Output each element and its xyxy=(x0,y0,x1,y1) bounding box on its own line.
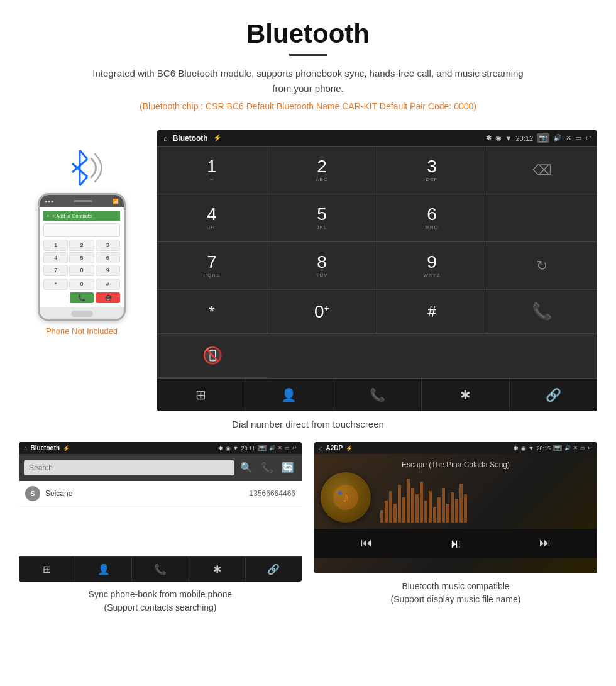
main-content: ●●● 📶 + + Add to Contacts 1 2 3 4 xyxy=(0,130,616,411)
phone-key-0[interactable]: 0 xyxy=(69,279,94,290)
phone-key-5[interactable]: 5 xyxy=(69,252,94,263)
bt-status-icon: ✱ xyxy=(486,134,492,142)
signal-status-icon: ▼ xyxy=(505,135,512,142)
phone-top-bar: ●●● 📶 xyxy=(40,195,124,207)
dial-key-6[interactable]: 6 MNO xyxy=(377,194,487,242)
phone-key-3[interactable]: 3 xyxy=(96,240,120,251)
pb-nav-link[interactable]: 🔗 xyxy=(246,557,302,582)
phone-end-button[interactable]: 📵 xyxy=(96,292,120,303)
svg-text:✱: ✱ xyxy=(338,490,343,497)
pb-sync-icon[interactable]: 🔄 xyxy=(279,459,297,476)
phone-mockup: ●●● 📶 + + Add to Contacts 1 2 3 4 xyxy=(38,193,126,321)
usb-icon: ⚡ xyxy=(213,134,222,142)
phone-key-7[interactable]: 7 xyxy=(43,265,68,276)
phone-call-button[interactable]: 📞 xyxy=(70,292,94,303)
phone-home-button[interactable] xyxy=(71,311,93,317)
dial-key-1[interactable]: 1 ∞ xyxy=(157,147,267,194)
dial-key-2[interactable]: 2 ABC xyxy=(267,147,377,194)
pb-statusbar-title: Bluetooth xyxy=(30,445,60,451)
pb-usb-icon: ⚡ xyxy=(63,445,70,451)
phone-key-star[interactable]: * xyxy=(43,279,68,290)
music-time: 20:15 xyxy=(536,445,551,451)
phone-screen-header: + + Add to Contacts xyxy=(43,211,120,221)
statusbar-right: ✱ ◉ ▼ 20:12 📷 🔊 ✕ ▭ ↩ xyxy=(486,133,591,143)
dial-key-0[interactable]: 0+ xyxy=(267,290,377,334)
pb-contact-item[interactable]: S Seicane 13566664466 xyxy=(19,481,302,507)
music-vol-icon: 🔊 xyxy=(564,445,571,451)
pb-close-icon: ✕ xyxy=(278,445,282,451)
phone-bottom-row: * 0 # xyxy=(43,279,120,290)
window-status-icon: ▭ xyxy=(575,134,581,142)
dial-key-call-green[interactable]: 📞 xyxy=(487,290,597,334)
nav-bluetooth-icon[interactable]: ✱ xyxy=(422,379,510,411)
backspace-icon[interactable]: ⌫ xyxy=(532,162,552,179)
home-icon[interactable]: ⌂ xyxy=(163,135,168,142)
pb-search-icon[interactable]: 🔍 xyxy=(238,459,255,476)
music-album-art: ♪ ✱ xyxy=(321,472,371,523)
bottom-panels: ⌂ Bluetooth ⚡ ✱ ◉ ▼ 20:11 📷 🔊 ✕ ▭ ↩ xyxy=(0,442,616,633)
music-prev-button[interactable]: ⏮ xyxy=(361,536,372,551)
svg-text:♪: ♪ xyxy=(343,489,349,505)
music-win-icon: ▭ xyxy=(580,445,585,451)
dial-key-star[interactable]: * xyxy=(157,290,267,334)
phone-keypad: 1 2 3 4 5 6 7 8 9 xyxy=(43,240,120,276)
music-android: ⌂ A2DP ⚡ ✱ ◉ ▼ 20:15 📷 🔊 ✕ ▭ ↩ xyxy=(314,442,597,573)
volume-status-icon: 🔊 xyxy=(553,134,562,142)
dial-key-hash[interactable]: # xyxy=(377,290,487,334)
pb-call-icon[interactable]: 📞 xyxy=(258,459,276,476)
pb-nav-bt[interactable]: ✱ xyxy=(189,557,246,582)
nav-contacts-icon[interactable]: 👤 xyxy=(245,379,333,411)
phone-key-hash[interactable]: # xyxy=(96,279,120,290)
bt-wave-icon xyxy=(57,143,107,193)
pb-statusbar: ⌂ Bluetooth ⚡ ✱ ◉ ▼ 20:11 📷 🔊 ✕ ▭ ↩ xyxy=(19,442,302,454)
pb-time: 20:11 xyxy=(241,445,255,451)
music-home-icon[interactable]: ⌂ xyxy=(319,445,322,451)
music-statusbar: ⌂ A2DP ⚡ ✱ ◉ ▼ 20:15 📷 🔊 ✕ ▭ ↩ xyxy=(314,442,597,454)
dial-key-5[interactable]: 5 JKL xyxy=(267,194,377,242)
phone-key-2[interactable]: 2 xyxy=(69,240,94,251)
music-camera-icon: 📷 xyxy=(553,445,562,451)
pb-home-icon[interactable]: ⌂ xyxy=(24,445,27,451)
statusbar-left: ⌂ Bluetooth ⚡ xyxy=(163,134,222,143)
phonebook-panel: ⌂ Bluetooth ⚡ ✱ ◉ ▼ 20:11 📷 🔊 ✕ ▭ ↩ xyxy=(19,442,302,614)
pb-nav-grid[interactable]: ⊞ xyxy=(19,557,75,582)
back-status-icon: ↩ xyxy=(585,134,591,142)
pb-nav-phone[interactable]: 📞 xyxy=(132,557,189,582)
statusbar-title: Bluetooth xyxy=(173,134,208,143)
pb-search-input[interactable] xyxy=(24,460,234,475)
phone-key-8[interactable]: 8 xyxy=(69,265,94,276)
phone-screen: + + Add to Contacts 1 2 3 4 5 6 7 8 xyxy=(40,207,124,307)
android-dial-screen: ⌂ Bluetooth ⚡ ✱ ◉ ▼ 20:12 📷 🔊 ✕ ▭ ↩ 1 ∞ xyxy=(157,130,597,411)
phone-key-4[interactable]: 4 xyxy=(43,252,68,263)
music-controls: ⏮ ⏯ ⏭ xyxy=(314,529,597,558)
pb-signal-icon: ▼ xyxy=(233,445,239,451)
dial-key-reload[interactable]: ↻ xyxy=(487,242,597,290)
main-caption: Dial number direct from touchscreen xyxy=(0,419,616,429)
page-description: Integrated with BC6 Bluetooth module, su… xyxy=(88,66,528,96)
music-next-button[interactable]: ⏭ xyxy=(539,536,551,551)
music-artwork-area: Escape (The Pina Colada Song) ♪ ✱ xyxy=(314,454,597,573)
nav-phone-icon[interactable]: 📞 xyxy=(333,379,421,411)
title-underline xyxy=(289,54,327,56)
page-header: Bluetooth Integrated with BC6 Bluetooth … xyxy=(0,0,616,130)
dial-key-8[interactable]: 8 TUV xyxy=(267,242,377,290)
dial-key-call-red[interactable]: 📵 xyxy=(157,334,267,378)
dial-key-3[interactable]: 3 DEF xyxy=(377,147,487,194)
android-statusbar: ⌂ Bluetooth ⚡ ✱ ◉ ▼ 20:12 📷 🔊 ✕ ▭ ↩ xyxy=(157,130,597,146)
music-screen: ⌂ A2DP ⚡ ✱ ◉ ▼ 20:15 📷 🔊 ✕ ▭ ↩ xyxy=(314,442,597,573)
phonebook-android: ⌂ Bluetooth ⚡ ✱ ◉ ▼ 20:11 📷 🔊 ✕ ▭ ↩ xyxy=(19,442,302,582)
dial-key-7[interactable]: 7 PQRS xyxy=(157,242,267,290)
music-play-button[interactable]: ⏯ xyxy=(449,536,462,551)
phone-key-6[interactable]: 6 xyxy=(96,252,120,263)
pb-nav-contacts[interactable]: 👤 xyxy=(75,557,132,582)
music-signal-icon: ▼ xyxy=(529,445,534,451)
phone-key-9[interactable]: 9 xyxy=(96,265,120,276)
nav-grid-icon[interactable]: ⊞ xyxy=(157,379,245,411)
dial-key-4[interactable]: 4 GHI xyxy=(157,194,267,242)
phone-key-1[interactable]: 1 xyxy=(43,240,68,251)
pb-back-icon: ↩ xyxy=(292,445,297,451)
phone-area: ●●● 📶 + + Add to Contacts 1 2 3 4 xyxy=(19,143,145,336)
music-song-title: Escape (The Pina Colada Song) xyxy=(314,454,597,472)
nav-link-icon[interactable]: 🔗 xyxy=(510,379,597,411)
dial-key-9[interactable]: 9 WXYZ xyxy=(377,242,487,290)
